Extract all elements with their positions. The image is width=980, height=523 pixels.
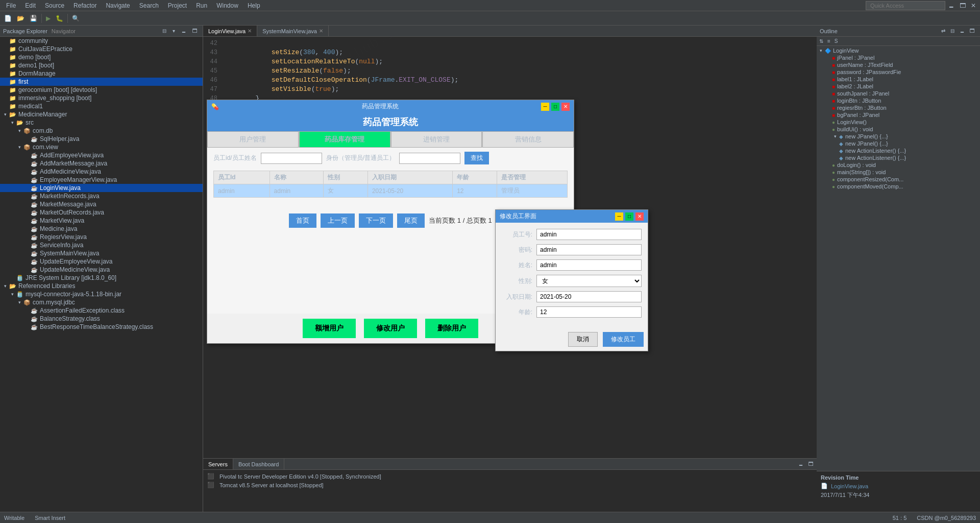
new-btn[interactable]: 📄: [2, 14, 14, 23]
app-maximize-btn[interactable]: □: [551, 103, 559, 111]
tree-item[interactable]: 📁demo [boot]: [0, 53, 203, 61]
tab-loginview-close[interactable]: ✕: [248, 28, 252, 34]
maximize-eclipse[interactable]: 🗖: [958, 1, 968, 10]
tree-item[interactable]: ▾📦com.mysql.jdbc: [0, 298, 203, 306]
quick-access-input[interactable]: [866, 1, 945, 10]
tree-item[interactable]: ▾📦com.view: [0, 143, 203, 151]
outline-item[interactable]: ●componentMoved(Comp...: [818, 183, 979, 190]
tree-item[interactable]: 🫙JRE System Library [jdk1.8.0_60]: [0, 274, 203, 282]
edit-save-btn[interactable]: 修改员工: [603, 332, 644, 347]
tree-item[interactable]: ☕AddMedicineView.java: [0, 168, 203, 176]
menu-navigate[interactable]: Navigate: [102, 1, 134, 10]
run-btn[interactable]: ▶: [44, 14, 53, 23]
tab-systemmainview[interactable]: SystemMainView.java ✕: [257, 26, 329, 36]
edit-maximize-btn[interactable]: □: [625, 212, 633, 221]
app-close-btn[interactable]: ✕: [561, 103, 570, 111]
outline-item[interactable]: ■regiesrBtn : JButton: [818, 104, 979, 111]
tree-item[interactable]: ☕Medicine.java: [0, 225, 203, 233]
menu-source[interactable]: Source: [41, 1, 68, 10]
tree-item[interactable]: ☕EmployeeManagerView.java: [0, 176, 203, 184]
menu-edit[interactable]: Edit: [21, 1, 40, 10]
tree-item[interactable]: ☕AddEmployeeView.java: [0, 151, 203, 159]
navigator-label[interactable]: Navigator: [52, 28, 76, 34]
pkg-min-btn[interactable]: 🗕: [179, 27, 188, 35]
tree-item[interactable]: ☕SqlHelper.java: [0, 135, 203, 143]
outline-hide-static-btn[interactable]: S: [833, 38, 840, 44]
pkg-collapse-btn[interactable]: ⊟: [160, 27, 168, 35]
bottom-tab-boot[interactable]: Boot Dashboard: [233, 459, 285, 469]
tree-item[interactable]: 📁immersive_shopping [boot]: [0, 94, 203, 102]
tree-item[interactable]: ▾📦com.db: [0, 127, 203, 135]
outline-item[interactable]: ■bgPanel : JPanel: [818, 111, 979, 118]
outline-collapse-btn[interactable]: ⊟: [948, 27, 957, 35]
edit-input-id[interactable]: [536, 229, 642, 240]
menu-file[interactable]: File: [2, 1, 20, 10]
tree-item[interactable]: ☕MarketOutRecords.java: [0, 208, 203, 217]
app-edit-user-btn[interactable]: 修改用户: [364, 319, 417, 338]
tree-item[interactable]: 📁DormManage: [0, 69, 203, 78]
tree-item[interactable]: ▾🫙mysql-connector-java-5.1.18-bin.jar: [0, 290, 203, 298]
tree-item[interactable]: ▾📂MedicineManager: [0, 110, 203, 118]
save-btn[interactable]: 💾: [28, 14, 39, 23]
outline-sort-btn[interactable]: ⇅: [818, 38, 825, 44]
app-add-user-btn[interactable]: 额增用户: [303, 319, 356, 338]
outline-item[interactable]: ●componentResized(Com...: [818, 176, 979, 183]
outline-item[interactable]: ●doLogin() : void: [818, 161, 979, 169]
outline-item[interactable]: ●main(String[]) : void: [818, 169, 979, 176]
tree-item[interactable]: ☕UpdateEmployeeView.java: [0, 257, 203, 266]
outline-item[interactable]: ■southJpanel : JPanel: [818, 90, 979, 97]
search-btn[interactable]: 🔍: [70, 14, 82, 23]
tree-item[interactable]: ☕SystemMainView.java: [0, 249, 203, 257]
edit-input-pwd[interactable]: [536, 244, 642, 255]
bottom-tab-servers[interactable]: Servers: [203, 459, 233, 469]
edit-close-btn[interactable]: ✕: [635, 212, 644, 221]
tree-item[interactable]: ☕ServiceInfo.java: [0, 241, 203, 249]
outline-item[interactable]: ■label2 : JLabel: [818, 83, 979, 90]
menu-run[interactable]: Run: [192, 1, 211, 10]
tree-item[interactable]: ☕AssertionFailedException.class: [0, 306, 203, 315]
outline-min-btn[interactable]: 🗕: [958, 27, 967, 35]
outline-item[interactable]: ●LoginView(): [818, 118, 979, 126]
pkg-menu-btn[interactable]: ▾: [170, 27, 177, 35]
edit-select-gender[interactable]: 男 女: [536, 275, 642, 287]
edit-input-name[interactable]: [536, 259, 642, 271]
menu-window[interactable]: Window: [212, 1, 242, 10]
outline-item[interactable]: ■label1 : JLabel: [818, 76, 979, 83]
tree-item[interactable]: ☕MarketView.java: [0, 217, 203, 225]
outline-item[interactable]: ■userName : JTextField: [818, 61, 979, 68]
tree-item[interactable]: ☕MarketMessage.java: [0, 200, 203, 208]
outline-sync-btn[interactable]: ⇄: [939, 27, 947, 35]
menu-help[interactable]: Help: [243, 1, 264, 10]
tree-item[interactable]: ☕UpdateMedicineView.java: [0, 266, 203, 274]
tree-item[interactable]: ▾📂Referenced Libraries: [0, 282, 203, 290]
menu-project[interactable]: Project: [164, 1, 191, 10]
outline-item[interactable]: ●buildUi() : void: [818, 126, 979, 133]
tree-item[interactable]: ☕BalanceStrategy.class: [0, 315, 203, 323]
outline-item[interactable]: ◆new JPanel() {...}: [818, 140, 979, 147]
app-search-btn[interactable]: 查找: [464, 152, 489, 164]
debug-btn[interactable]: 🐛: [54, 14, 65, 23]
outline-item[interactable]: ◆new ActionListener() {...}: [818, 154, 979, 161]
tree-item[interactable]: ☕BestResponseTimeBalanceStrategy.class: [0, 323, 203, 331]
tree-item[interactable]: 📁medical1: [0, 102, 203, 110]
tree-item[interactable]: ☕RegiesrView.java: [0, 233, 203, 241]
edit-minimize-btn[interactable]: ─: [615, 212, 623, 221]
app-next-btn[interactable]: 下一页: [359, 213, 393, 228]
edit-cancel-btn[interactable]: 取消: [568, 332, 598, 347]
app-search-input1[interactable]: [261, 153, 322, 164]
outline-max-btn[interactable]: 🗖: [968, 27, 977, 35]
pkg-max-btn[interactable]: 🗖: [190, 27, 200, 35]
outline-item[interactable]: ▾◆new JPanel() {...}: [818, 133, 979, 140]
app-tab-marketing[interactable]: 营销信息: [482, 131, 574, 148]
tree-item[interactable]: 📁demo1 [boot]: [0, 61, 203, 69]
outline-item[interactable]: ■jPanel : JPanel: [818, 54, 979, 61]
app-first-btn[interactable]: 首页: [289, 213, 316, 228]
edit-input-age[interactable]: [536, 306, 642, 318]
close-eclipse[interactable]: ✕: [969, 1, 978, 10]
edit-input-join[interactable]: [536, 291, 642, 302]
menu-search[interactable]: Search: [135, 1, 163, 10]
outline-item[interactable]: ■loginBtn : JButton: [818, 97, 979, 104]
app-prev-btn[interactable]: 上一页: [321, 213, 355, 228]
tree-item[interactable]: 📁first: [0, 78, 203, 86]
app-last-btn[interactable]: 尾页: [397, 213, 425, 228]
